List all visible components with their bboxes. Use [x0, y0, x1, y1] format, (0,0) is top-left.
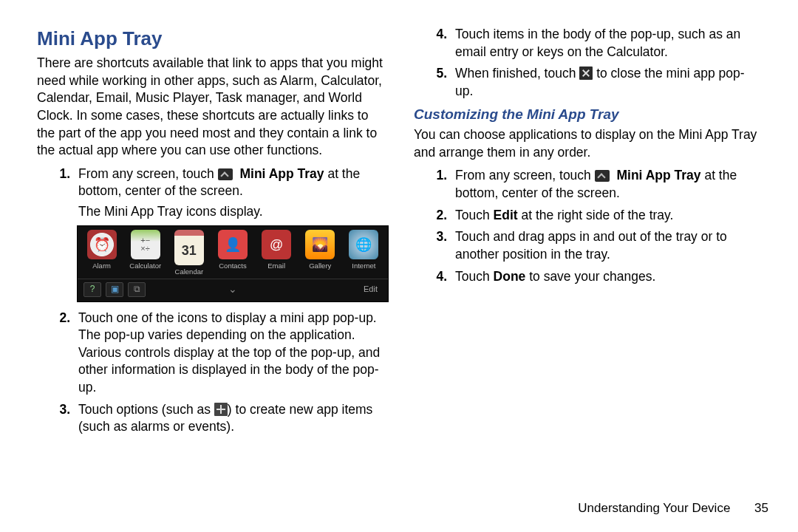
step-1: From any screen, touch Mini App Tray at …: [74, 166, 384, 302]
tray-app-label: Internet: [352, 262, 375, 271]
chevron-down-icon: ⌄: [228, 282, 237, 296]
step-2: Touch one of the icons to display a mini…: [74, 310, 384, 397]
tray-app-internet: 🌐 Internet: [343, 230, 385, 277]
step-text: to save your changes.: [525, 269, 655, 284]
tray-app-calendar: 31 Calendar: [168, 230, 210, 277]
chapter-title: Understanding Your Device: [578, 501, 730, 515]
mini-app-tray-figure: ⏰ Alarm +−×÷ Calculator 31 Calendar 👤: [77, 225, 389, 302]
tray-app-label: Alarm: [92, 262, 111, 271]
step-text: From any screen, touch: [78, 166, 218, 181]
mini-app-tray-icon: [595, 170, 610, 182]
intro2-paragraph: You can choose applications to display o…: [414, 126, 761, 161]
cstep-3: Touch and drag apps in and out of the tr…: [451, 228, 761, 263]
tray-app-email: @ Email: [256, 230, 298, 277]
tray-app-label: Gallery: [309, 262, 331, 271]
mini-app-tray-icon: [218, 168, 233, 180]
section-heading: Mini App Tray: [37, 26, 384, 52]
step-text: Touch: [455, 269, 494, 284]
step-5: When finished, touch to close the mini a…: [451, 65, 761, 100]
help-icon: ?: [83, 282, 101, 297]
alarm-icon: ⏰: [87, 230, 117, 259]
left-column: Mini App Tray There are shortcuts availa…: [37, 26, 384, 440]
cstep-1: From any screen, touch Mini App Tray at …: [451, 167, 761, 202]
tray-app-contacts: 👤 Contacts: [211, 230, 253, 277]
internet-icon: 🌐: [349, 230, 378, 259]
done-label: Done: [494, 269, 526, 284]
calendar-icon: 31: [174, 230, 204, 265]
mini-app-tray-label: Mini App Tray: [239, 166, 324, 181]
calculator-icon: +−×÷: [131, 230, 160, 259]
steps-list-left: From any screen, touch Mini App Tray at …: [37, 166, 384, 436]
copy-icon: ⧉: [128, 282, 146, 297]
right-column: Touch items in the body of the pop-up, s…: [414, 26, 761, 440]
window-icon: ▣: [106, 282, 123, 297]
gallery-icon: 🌄: [305, 230, 335, 259]
tray-apps-row: ⏰ Alarm +−×÷ Calculator 31 Calendar 👤: [78, 226, 388, 279]
step-3: Touch options (such as ) to create new a…: [74, 401, 384, 436]
tray-app-label: Calendar: [175, 267, 204, 277]
step-text: From any screen, touch: [455, 168, 595, 183]
tray-edit-label: Edit: [359, 282, 382, 296]
customize-steps: From any screen, touch Mini App Tray at …: [414, 167, 761, 285]
page-footer: Understanding Your Device 35: [578, 500, 768, 517]
step-text: When finished, touch: [455, 66, 579, 81]
step-text: at the right side of the tray.: [518, 208, 674, 222]
intro-paragraph: There are shortcuts available that link …: [37, 55, 384, 160]
tray-bottom-row: ? ▣ ⧉ ⌄ Edit: [78, 279, 388, 301]
contacts-icon: 👤: [218, 230, 248, 259]
step-text: Touch: [455, 208, 494, 222]
tray-app-label: Calculator: [129, 262, 161, 271]
page-number: 35: [754, 501, 768, 515]
step-text: Touch options (such as: [78, 402, 214, 417]
tray-app-label: Email: [267, 262, 285, 271]
step-4: Touch items in the body of the pop-up, s…: [451, 26, 761, 61]
cstep-2: Touch Edit at the right side of the tray…: [451, 207, 761, 225]
tray-app-gallery: 🌄 Gallery: [299, 230, 341, 277]
tray-app-label: Contacts: [219, 262, 247, 271]
cstep-4: Touch Done to save your changes.: [451, 268, 761, 286]
email-icon: @: [262, 230, 291, 259]
subsection-heading: Customizing the Mini App Tray: [414, 105, 761, 124]
edit-label: Edit: [494, 208, 518, 222]
step-subtext: The Mini App Tray icons display.: [78, 203, 384, 221]
plus-icon: [214, 403, 228, 416]
tray-app-alarm: ⏰ Alarm: [81, 230, 123, 277]
steps-list-right-cont: Touch items in the body of the pop-up, s…: [414, 26, 761, 100]
close-icon: [579, 66, 593, 80]
tray-app-calculator: +−×÷ Calculator: [124, 230, 166, 277]
mini-app-tray-label: Mini App Tray: [616, 168, 700, 183]
